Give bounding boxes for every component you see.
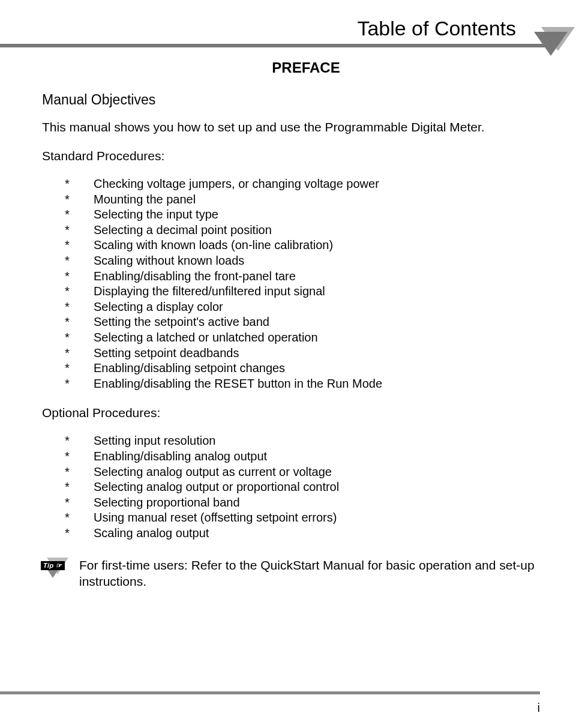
intro-text: This manual shows you how to set up and … (42, 120, 540, 134)
bullet-asterisk: * (65, 253, 94, 269)
list-item-text: Selecting a decimal point position (94, 223, 272, 238)
list-item-text: Scaling without known loads (94, 253, 244, 269)
bullet-asterisk: * (65, 465, 94, 480)
tip-text: For first-time users: Refer to the Quick… (79, 558, 540, 589)
tip-callout: Tip ☞ For first-time users: Refer to the… (42, 558, 540, 589)
list-item: *Using manual reset (offsetting setpoint… (65, 510, 540, 526)
list-item-text: Mounting the panel (94, 192, 196, 208)
bullet-asterisk: * (65, 346, 94, 361)
header-rule (0, 44, 558, 47)
list-item-text: Using manual reset (offsetting setpoint … (94, 510, 337, 526)
list-item: *Setting setpoint deadbands (65, 346, 540, 361)
list-item-text: Selecting proportional band (94, 495, 240, 511)
list-item-text: Enabling/disabling the RESET button in t… (94, 376, 382, 392)
bullet-asterisk: * (65, 361, 94, 376)
bullet-asterisk: * (65, 314, 94, 330)
list-item: *Scaling with known loads (on-line calib… (65, 238, 540, 253)
list-item-text: Checking voltage jumpers, or changing vo… (94, 176, 379, 192)
list-item-text: Setting the setpoint's active band (94, 314, 269, 330)
page-title: Table of Contents (42, 17, 540, 40)
list-item: *Setting input resolution (65, 433, 540, 449)
bullet-asterisk: * (65, 526, 94, 541)
list-item: *Selecting a decimal point position (65, 223, 540, 238)
list-item-text: Selecting a latched or unlatched operati… (94, 330, 318, 346)
list-item-text: Enabling/disabling setpoint changes (94, 361, 285, 376)
list-item: *Selecting the input type (65, 207, 540, 223)
bullet-asterisk: * (65, 192, 94, 208)
list-item: *Enabling/disabling analog output (65, 449, 540, 465)
tip-label: Tip ☞ (41, 561, 65, 570)
standard-procedures-heading: Standard Procedures: (42, 149, 540, 163)
list-item: *Scaling without known loads (65, 253, 540, 269)
bullet-asterisk: * (65, 330, 94, 346)
bullet-asterisk: * (65, 284, 94, 299)
standard-procedures-list: *Checking voltage jumpers, or changing v… (42, 176, 540, 391)
optional-procedures-list: *Setting input resolution*Enabling/disab… (42, 433, 540, 541)
list-item: *Enabling/disabling the RESET button in … (65, 376, 540, 392)
list-item: *Setting the setpoint's active band (65, 314, 540, 330)
list-item: *Scaling analog output (65, 526, 540, 541)
list-item-text: Selecting analog output or proportional … (94, 480, 339, 495)
bullet-asterisk: * (65, 376, 94, 392)
list-item-text: Scaling with known loads (on-line calibr… (94, 238, 333, 253)
list-item-text: Enabling/disabling the front-panel tare (94, 269, 296, 284)
list-item-text: Selecting the input type (94, 207, 218, 223)
list-item: *Selecting a display color (65, 299, 540, 315)
list-item-text: Displaying the filtered/unfiltered input… (94, 284, 325, 299)
bullet-asterisk: * (65, 176, 94, 192)
bullet-asterisk: * (65, 207, 94, 223)
list-item: *Checking voltage jumpers, or changing v… (65, 176, 540, 192)
bullet-asterisk: * (65, 238, 94, 253)
bullet-asterisk: * (65, 480, 94, 495)
bullet-asterisk: * (65, 299, 94, 315)
list-item: *Selecting analog output or proportional… (65, 480, 540, 495)
bullet-asterisk: * (65, 449, 94, 465)
bullet-asterisk: * (65, 433, 94, 449)
corner-triangle-icon (534, 27, 576, 69)
bullet-asterisk: * (65, 510, 94, 526)
preface-heading: PREFACE (42, 59, 540, 76)
list-item-text: Scaling analog output (94, 526, 209, 541)
bullet-asterisk: * (65, 269, 94, 284)
list-item: *Mounting the panel (65, 192, 540, 208)
list-item: *Selecting a latched or unlatched operat… (65, 330, 540, 346)
list-item: *Enabling/disabling setpoint changes (65, 361, 540, 376)
list-item: *Selecting analog output as current or v… (65, 465, 540, 480)
page-number: i (538, 701, 540, 715)
list-item: *Enabling/disabling the front-panel tare (65, 269, 540, 284)
list-item: *Displaying the filtered/unfiltered inpu… (65, 284, 540, 299)
bullet-asterisk: * (65, 223, 94, 238)
list-item-text: Selecting a display color (94, 299, 223, 315)
list-item-text: Enabling/disabling analog output (94, 449, 267, 465)
list-item: *Selecting proportional band (65, 495, 540, 511)
list-item-text: Setting input resolution (94, 433, 215, 449)
list-item-text: Setting setpoint deadbands (94, 346, 239, 361)
footer-rule (0, 691, 540, 694)
manual-objectives-heading: Manual Objectives (42, 92, 540, 108)
optional-procedures-heading: Optional Procedures: (42, 406, 540, 420)
bullet-asterisk: * (65, 495, 94, 511)
list-item-text: Selecting analog output as current or vo… (94, 465, 332, 480)
